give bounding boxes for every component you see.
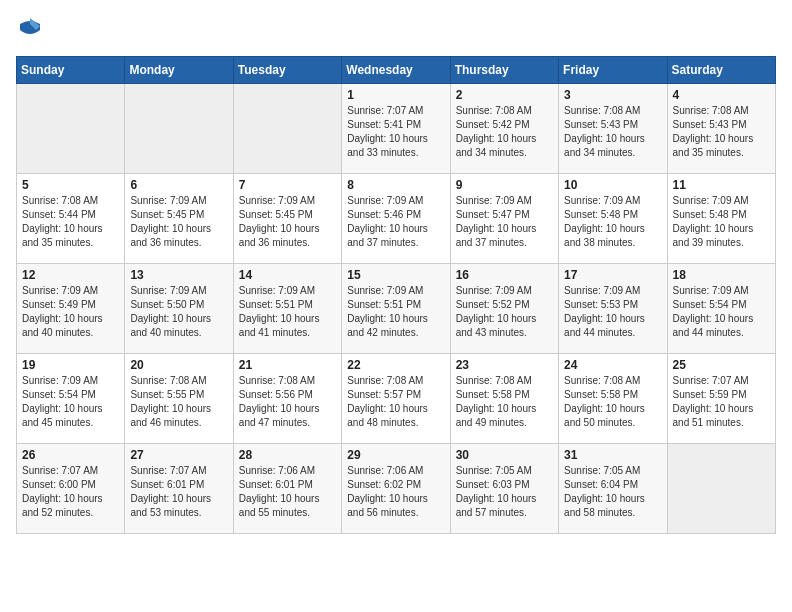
header-cell-friday: Friday — [559, 57, 667, 84]
cell-info: Sunrise: 7:08 AMSunset: 5:57 PMDaylight:… — [347, 374, 444, 430]
calendar-cell — [125, 84, 233, 174]
day-number: 20 — [130, 358, 227, 372]
calendar-cell: 29Sunrise: 7:06 AMSunset: 6:02 PMDayligh… — [342, 444, 450, 534]
cell-info: Sunrise: 7:07 AMSunset: 5:59 PMDaylight:… — [673, 374, 770, 430]
calendar-cell: 22Sunrise: 7:08 AMSunset: 5:57 PMDayligh… — [342, 354, 450, 444]
calendar-cell: 4Sunrise: 7:08 AMSunset: 5:43 PMDaylight… — [667, 84, 775, 174]
cell-info: Sunrise: 7:08 AMSunset: 5:58 PMDaylight:… — [564, 374, 661, 430]
cell-info: Sunrise: 7:07 AMSunset: 5:41 PMDaylight:… — [347, 104, 444, 160]
header-cell-tuesday: Tuesday — [233, 57, 341, 84]
day-number: 17 — [564, 268, 661, 282]
calendar-cell: 13Sunrise: 7:09 AMSunset: 5:50 PMDayligh… — [125, 264, 233, 354]
calendar-cell: 15Sunrise: 7:09 AMSunset: 5:51 PMDayligh… — [342, 264, 450, 354]
week-row-5: 26Sunrise: 7:07 AMSunset: 6:00 PMDayligh… — [17, 444, 776, 534]
day-number: 25 — [673, 358, 770, 372]
calendar-cell: 1Sunrise: 7:07 AMSunset: 5:41 PMDaylight… — [342, 84, 450, 174]
cell-info: Sunrise: 7:08 AMSunset: 5:43 PMDaylight:… — [673, 104, 770, 160]
day-number: 29 — [347, 448, 444, 462]
day-number: 27 — [130, 448, 227, 462]
cell-info: Sunrise: 7:05 AMSunset: 6:03 PMDaylight:… — [456, 464, 553, 520]
cell-info: Sunrise: 7:08 AMSunset: 5:43 PMDaylight:… — [564, 104, 661, 160]
calendar-cell: 12Sunrise: 7:09 AMSunset: 5:49 PMDayligh… — [17, 264, 125, 354]
calendar-cell: 18Sunrise: 7:09 AMSunset: 5:54 PMDayligh… — [667, 264, 775, 354]
calendar-cell: 19Sunrise: 7:09 AMSunset: 5:54 PMDayligh… — [17, 354, 125, 444]
calendar-cell: 11Sunrise: 7:09 AMSunset: 5:48 PMDayligh… — [667, 174, 775, 264]
cell-info: Sunrise: 7:08 AMSunset: 5:44 PMDaylight:… — [22, 194, 119, 250]
day-number: 19 — [22, 358, 119, 372]
calendar-cell: 5Sunrise: 7:08 AMSunset: 5:44 PMDaylight… — [17, 174, 125, 264]
week-row-1: 1Sunrise: 7:07 AMSunset: 5:41 PMDaylight… — [17, 84, 776, 174]
cell-info: Sunrise: 7:09 AMSunset: 5:48 PMDaylight:… — [564, 194, 661, 250]
cell-info: Sunrise: 7:09 AMSunset: 5:47 PMDaylight:… — [456, 194, 553, 250]
day-number: 4 — [673, 88, 770, 102]
day-number: 28 — [239, 448, 336, 462]
cell-info: Sunrise: 7:09 AMSunset: 5:45 PMDaylight:… — [130, 194, 227, 250]
cell-info: Sunrise: 7:06 AMSunset: 6:02 PMDaylight:… — [347, 464, 444, 520]
cell-info: Sunrise: 7:06 AMSunset: 6:01 PMDaylight:… — [239, 464, 336, 520]
cell-info: Sunrise: 7:08 AMSunset: 5:55 PMDaylight:… — [130, 374, 227, 430]
calendar-cell: 10Sunrise: 7:09 AMSunset: 5:48 PMDayligh… — [559, 174, 667, 264]
cell-info: Sunrise: 7:09 AMSunset: 5:45 PMDaylight:… — [239, 194, 336, 250]
calendar-cell: 7Sunrise: 7:09 AMSunset: 5:45 PMDaylight… — [233, 174, 341, 264]
cell-info: Sunrise: 7:05 AMSunset: 6:04 PMDaylight:… — [564, 464, 661, 520]
calendar-cell: 28Sunrise: 7:06 AMSunset: 6:01 PMDayligh… — [233, 444, 341, 534]
header-cell-sunday: Sunday — [17, 57, 125, 84]
day-number: 11 — [673, 178, 770, 192]
day-number: 14 — [239, 268, 336, 282]
calendar-cell — [233, 84, 341, 174]
calendar-cell: 6Sunrise: 7:09 AMSunset: 5:45 PMDaylight… — [125, 174, 233, 264]
cell-info: Sunrise: 7:09 AMSunset: 5:51 PMDaylight:… — [239, 284, 336, 340]
day-number: 21 — [239, 358, 336, 372]
day-number: 12 — [22, 268, 119, 282]
calendar-cell: 2Sunrise: 7:08 AMSunset: 5:42 PMDaylight… — [450, 84, 558, 174]
calendar-cell: 20Sunrise: 7:08 AMSunset: 5:55 PMDayligh… — [125, 354, 233, 444]
calendar-cell: 17Sunrise: 7:09 AMSunset: 5:53 PMDayligh… — [559, 264, 667, 354]
calendar-cell: 8Sunrise: 7:09 AMSunset: 5:46 PMDaylight… — [342, 174, 450, 264]
cell-info: Sunrise: 7:09 AMSunset: 5:50 PMDaylight:… — [130, 284, 227, 340]
calendar-cell: 3Sunrise: 7:08 AMSunset: 5:43 PMDaylight… — [559, 84, 667, 174]
cell-info: Sunrise: 7:08 AMSunset: 5:42 PMDaylight:… — [456, 104, 553, 160]
week-row-4: 19Sunrise: 7:09 AMSunset: 5:54 PMDayligh… — [17, 354, 776, 444]
header-cell-wednesday: Wednesday — [342, 57, 450, 84]
day-number: 2 — [456, 88, 553, 102]
day-number: 10 — [564, 178, 661, 192]
day-number: 8 — [347, 178, 444, 192]
calendar-cell: 9Sunrise: 7:09 AMSunset: 5:47 PMDaylight… — [450, 174, 558, 264]
calendar-table: SundayMondayTuesdayWednesdayThursdayFrid… — [16, 56, 776, 534]
day-number: 1 — [347, 88, 444, 102]
day-number: 15 — [347, 268, 444, 282]
day-number: 24 — [564, 358, 661, 372]
day-number: 31 — [564, 448, 661, 462]
cell-info: Sunrise: 7:09 AMSunset: 5:52 PMDaylight:… — [456, 284, 553, 340]
day-number: 6 — [130, 178, 227, 192]
cell-info: Sunrise: 7:09 AMSunset: 5:46 PMDaylight:… — [347, 194, 444, 250]
day-number: 30 — [456, 448, 553, 462]
header-cell-monday: Monday — [125, 57, 233, 84]
calendar-cell: 30Sunrise: 7:05 AMSunset: 6:03 PMDayligh… — [450, 444, 558, 534]
calendar-cell: 16Sunrise: 7:09 AMSunset: 5:52 PMDayligh… — [450, 264, 558, 354]
week-row-2: 5Sunrise: 7:08 AMSunset: 5:44 PMDaylight… — [17, 174, 776, 264]
header-cell-saturday: Saturday — [667, 57, 775, 84]
day-number: 22 — [347, 358, 444, 372]
week-row-3: 12Sunrise: 7:09 AMSunset: 5:49 PMDayligh… — [17, 264, 776, 354]
logo — [16, 16, 48, 44]
cell-info: Sunrise: 7:07 AMSunset: 6:01 PMDaylight:… — [130, 464, 227, 520]
day-number: 23 — [456, 358, 553, 372]
day-number: 5 — [22, 178, 119, 192]
calendar-cell: 24Sunrise: 7:08 AMSunset: 5:58 PMDayligh… — [559, 354, 667, 444]
day-number: 3 — [564, 88, 661, 102]
day-number: 18 — [673, 268, 770, 282]
cell-info: Sunrise: 7:09 AMSunset: 5:51 PMDaylight:… — [347, 284, 444, 340]
cell-info: Sunrise: 7:09 AMSunset: 5:54 PMDaylight:… — [673, 284, 770, 340]
day-number: 13 — [130, 268, 227, 282]
calendar-cell: 21Sunrise: 7:08 AMSunset: 5:56 PMDayligh… — [233, 354, 341, 444]
calendar-cell: 31Sunrise: 7:05 AMSunset: 6:04 PMDayligh… — [559, 444, 667, 534]
day-number: 16 — [456, 268, 553, 282]
cell-info: Sunrise: 7:09 AMSunset: 5:54 PMDaylight:… — [22, 374, 119, 430]
cell-info: Sunrise: 7:09 AMSunset: 5:53 PMDaylight:… — [564, 284, 661, 340]
cell-info: Sunrise: 7:08 AMSunset: 5:56 PMDaylight:… — [239, 374, 336, 430]
cell-info: Sunrise: 7:08 AMSunset: 5:58 PMDaylight:… — [456, 374, 553, 430]
header-cell-thursday: Thursday — [450, 57, 558, 84]
calendar-cell: 26Sunrise: 7:07 AMSunset: 6:00 PMDayligh… — [17, 444, 125, 534]
page-header — [16, 16, 776, 44]
